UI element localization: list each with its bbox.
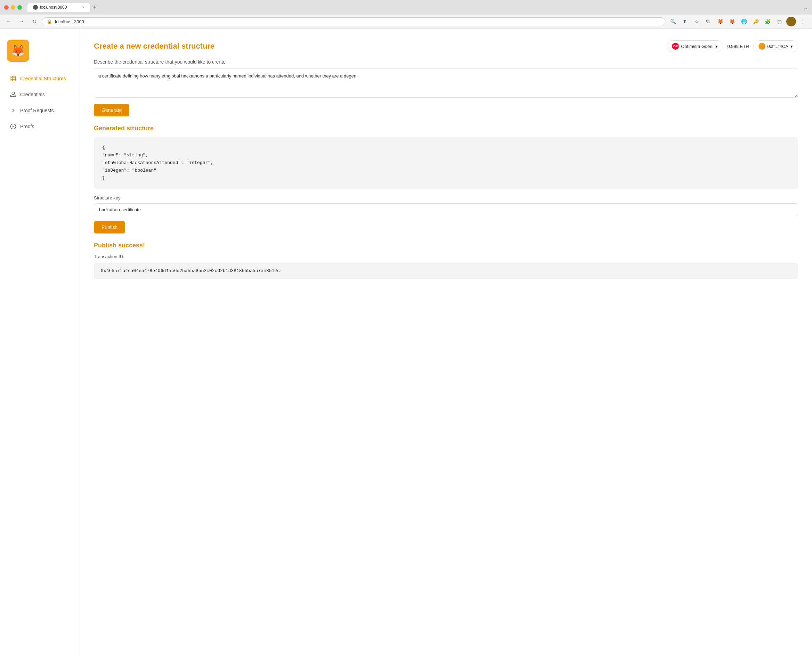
window-icon[interactable]: ▢ xyxy=(775,17,784,26)
network-selector[interactable]: OP Optimism Goerli ▾ xyxy=(667,40,723,52)
browser-more-button[interactable]: ⌄ xyxy=(803,4,808,11)
publish-success-title: Publish success! xyxy=(94,242,798,249)
transaction-id-label: Transaction ID: xyxy=(94,254,798,259)
minimize-window-button[interactable] xyxy=(11,5,15,10)
sidebar-item-proofs[interactable]: Proofs xyxy=(3,119,77,134)
new-tab-button[interactable]: + xyxy=(91,4,98,11)
menu-icon[interactable]: ⋮ xyxy=(798,17,808,26)
sidebar-item-label: Credentials xyxy=(20,92,45,97)
proofs-icon xyxy=(10,123,17,130)
network-label: Optimism Goerli xyxy=(681,44,713,49)
code-line-4: "isDegen": "boolean" xyxy=(102,167,790,175)
generated-structure-title: Generated structure xyxy=(94,125,798,132)
page-title: Create a new credential structure xyxy=(94,42,214,51)
svg-rect-0 xyxy=(11,76,15,81)
wallet-selector[interactable]: 0xff...f4CA ▾ xyxy=(753,40,798,52)
app-container: 🦊 Credential Structures Credentia xyxy=(0,29,812,656)
code-line-2: "name": "string", xyxy=(102,152,790,159)
page-header: Create a new credential structure OP Opt… xyxy=(94,40,798,52)
ext-icon-2[interactable]: 🌐 xyxy=(739,17,749,26)
credentials-icon xyxy=(10,91,17,98)
header-controls: OP Optimism Goerli ▾ 0.999 ETH 0xff...f4… xyxy=(667,40,798,52)
active-tab[interactable]: localhost:3000 × xyxy=(28,3,90,12)
sidebar-nav: Credential Structures Credentials Proof … xyxy=(0,71,80,134)
sidebar: 🦊 Credential Structures Credentia xyxy=(0,29,80,656)
url-text: localhost:3000 xyxy=(55,19,84,24)
browser-toolbar: ← → ↻ 🔒 localhost:3000 🔍 ⬆ ☆ 🛡 🦊 🦊 🌐 🔑 🧩… xyxy=(0,15,812,29)
lock-icon: 🔒 xyxy=(47,19,52,24)
sidebar-item-proof-requests[interactable]: Proof Requests xyxy=(3,103,77,118)
close-window-button[interactable] xyxy=(4,5,9,10)
app-logo: 🦊 xyxy=(0,36,80,70)
puzzle-icon[interactable]: 🧩 xyxy=(762,17,772,26)
search-icon[interactable]: 🔍 xyxy=(668,17,678,26)
sidebar-item-credential-structures[interactable]: Credential Structures xyxy=(3,71,77,86)
transaction-id-value: 0x465a7fa4ea04ea478e406d1ab6e25a55a8553c… xyxy=(94,263,798,279)
traffic-lights xyxy=(4,5,22,10)
generate-button[interactable]: Generate xyxy=(94,104,129,116)
code-line-1: { xyxy=(102,144,790,152)
description-textarea[interactable]: a certificate defining how many ethgloba… xyxy=(94,68,798,97)
sidebar-item-label: Credential Structures xyxy=(20,76,66,81)
refresh-button[interactable]: ↻ xyxy=(29,17,39,26)
network-chevron-icon: ▾ xyxy=(715,44,718,49)
browser-titlebar: localhost:3000 × + ⌄ xyxy=(0,0,812,15)
logo-image: 🦊 xyxy=(7,40,29,62)
fox-icon[interactable]: 🦊 xyxy=(715,17,725,26)
tab-close-button[interactable]: × xyxy=(82,5,84,9)
wallet-avatar xyxy=(758,43,766,50)
forward-button[interactable]: → xyxy=(17,17,26,26)
browser-chrome: localhost:3000 × + ⌄ ← → ↻ 🔒 localhost:3… xyxy=(0,0,812,29)
description-label: Describe the credential structure that y… xyxy=(94,59,798,65)
op-logo: OP xyxy=(672,43,679,50)
bookmark-icon[interactable]: ☆ xyxy=(692,17,702,26)
tab-bar: localhost:3000 × + xyxy=(28,3,801,12)
ext-icon-3[interactable]: 🔑 xyxy=(751,17,761,26)
sidebar-item-label: Proofs xyxy=(20,124,34,129)
proof-requests-icon xyxy=(10,107,17,114)
code-line-5: } xyxy=(102,175,790,182)
wallet-chevron-icon: ▾ xyxy=(790,44,793,49)
user-avatar[interactable] xyxy=(786,17,796,26)
tab-favicon xyxy=(33,5,38,10)
credential-structures-icon xyxy=(10,75,17,82)
shield-icon[interactable]: 🛡 xyxy=(704,17,713,26)
sidebar-item-credentials[interactable]: Credentials xyxy=(3,87,77,102)
generated-structure-code: { "name": "string", "ethGlobalHackathons… xyxy=(94,137,798,189)
structure-key-input[interactable] xyxy=(94,203,798,216)
tab-label: localhost:3000 xyxy=(40,5,67,10)
ext-icon-1[interactable]: 🦊 xyxy=(727,17,737,26)
sidebar-item-label: Proof Requests xyxy=(20,108,54,113)
code-line-3: "ethGlobalHackathonsAttended": "integer"… xyxy=(102,159,790,167)
address-bar[interactable]: 🔒 localhost:3000 xyxy=(42,17,665,26)
publish-button[interactable]: Publish xyxy=(94,221,125,234)
wallet-address: 0xff...f4CA xyxy=(767,44,788,49)
toolbar-icons: 🔍 ⬆ ☆ 🛡 🦊 🦊 🌐 🔑 🧩 ▢ ⋮ xyxy=(668,17,808,26)
eth-balance: 0.999 ETH xyxy=(727,44,749,49)
maximize-window-button[interactable] xyxy=(17,5,22,10)
structure-key-label: Structure key xyxy=(94,195,798,201)
main-content: Create a new credential structure OP Opt… xyxy=(80,29,812,656)
share-icon[interactable]: ⬆ xyxy=(680,17,690,26)
back-button[interactable]: ← xyxy=(4,17,14,26)
